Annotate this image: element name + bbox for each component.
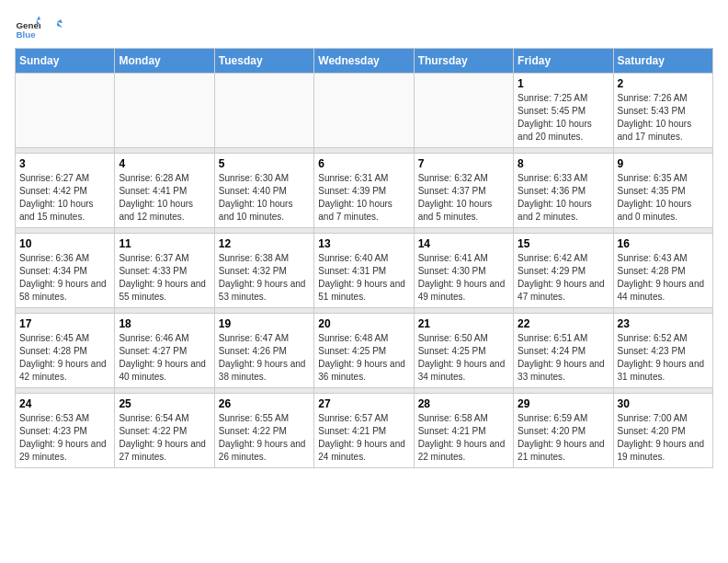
day-info: Sunrise: 6:27 AM Sunset: 4:42 PM Dayligh… <box>19 172 110 224</box>
calendar-cell: 3Sunrise: 6:27 AM Sunset: 4:42 PM Daylig… <box>16 154 115 228</box>
day-info: Sunrise: 6:48 AM Sunset: 4:25 PM Dayligh… <box>318 332 409 384</box>
calendar-cell: 23Sunrise: 6:52 AM Sunset: 4:23 PM Dayli… <box>613 314 712 388</box>
calendar-cell: 26Sunrise: 6:55 AM Sunset: 4:22 PM Dayli… <box>214 394 313 468</box>
day-number: 30 <box>618 397 709 410</box>
calendar-cell: 22Sunrise: 6:51 AM Sunset: 4:24 PM Dayli… <box>514 314 613 388</box>
calendar-cell: 14Sunrise: 6:41 AM Sunset: 4:30 PM Dayli… <box>414 234 513 308</box>
weekday-header-tuesday: Tuesday <box>214 49 313 74</box>
svg-marker-5 <box>57 19 63 23</box>
calendar-cell: 21Sunrise: 6:50 AM Sunset: 4:25 PM Dayli… <box>414 314 513 388</box>
day-info: Sunrise: 6:41 AM Sunset: 4:30 PM Dayligh… <box>418 252 509 304</box>
calendar-week-5: 24Sunrise: 6:53 AM Sunset: 4:23 PM Dayli… <box>16 394 713 468</box>
calendar-cell: 16Sunrise: 6:43 AM Sunset: 4:28 PM Dayli… <box>613 234 712 308</box>
day-info: Sunrise: 6:54 AM Sunset: 4:22 PM Dayligh… <box>119 412 210 464</box>
calendar-cell: 19Sunrise: 6:47 AM Sunset: 4:26 PM Dayli… <box>214 314 313 388</box>
calendar-cell: 1Sunrise: 7:25 AM Sunset: 5:45 PM Daylig… <box>514 74 613 148</box>
calendar: SundayMondayTuesdayWednesdayThursdayFrid… <box>15 48 713 468</box>
day-info: Sunrise: 7:26 AM Sunset: 5:43 PM Dayligh… <box>618 92 709 144</box>
day-number: 19 <box>219 317 310 330</box>
day-number: 25 <box>119 397 210 410</box>
day-number: 20 <box>318 317 409 330</box>
calendar-cell: 10Sunrise: 6:36 AM Sunset: 4:34 PM Dayli… <box>16 234 115 308</box>
calendar-cell <box>16 74 115 148</box>
day-number: 5 <box>219 157 310 170</box>
calendar-cell: 20Sunrise: 6:48 AM Sunset: 4:25 PM Dayli… <box>314 314 414 388</box>
logo: General Blue <box>15 15 63 40</box>
day-number: 15 <box>518 237 609 250</box>
weekday-header-thursday: Thursday <box>414 49 513 74</box>
calendar-cell: 29Sunrise: 6:59 AM Sunset: 4:20 PM Dayli… <box>514 394 613 468</box>
day-number: 27 <box>318 397 409 410</box>
calendar-cell: 13Sunrise: 6:40 AM Sunset: 4:31 PM Dayli… <box>314 234 414 308</box>
day-info: Sunrise: 6:33 AM Sunset: 4:36 PM Dayligh… <box>518 172 609 224</box>
day-number: 2 <box>618 77 709 90</box>
day-number: 16 <box>618 237 709 250</box>
day-info: Sunrise: 6:28 AM Sunset: 4:41 PM Dayligh… <box>119 172 210 224</box>
svg-marker-4 <box>57 22 63 28</box>
calendar-cell <box>115 74 214 148</box>
day-info: Sunrise: 6:37 AM Sunset: 4:33 PM Dayligh… <box>119 252 210 304</box>
day-info: Sunrise: 6:42 AM Sunset: 4:29 PM Dayligh… <box>518 252 609 304</box>
day-number: 26 <box>219 397 310 410</box>
day-info: Sunrise: 7:00 AM Sunset: 4:20 PM Dayligh… <box>618 412 709 464</box>
day-number: 14 <box>418 237 509 250</box>
header: General Blue <box>15 15 713 40</box>
calendar-week-1: 1Sunrise: 7:25 AM Sunset: 5:45 PM Daylig… <box>16 74 713 148</box>
day-info: Sunrise: 6:58 AM Sunset: 4:21 PM Dayligh… <box>418 412 509 464</box>
day-info: Sunrise: 6:46 AM Sunset: 4:27 PM Dayligh… <box>119 332 210 384</box>
day-number: 10 <box>19 237 110 250</box>
calendar-cell: 17Sunrise: 6:45 AM Sunset: 4:28 PM Dayli… <box>16 314 115 388</box>
day-info: Sunrise: 6:38 AM Sunset: 4:32 PM Dayligh… <box>219 252 310 304</box>
day-number: 17 <box>19 317 110 330</box>
day-number: 4 <box>119 157 210 170</box>
day-info: Sunrise: 6:53 AM Sunset: 4:23 PM Dayligh… <box>19 412 110 464</box>
day-number: 21 <box>418 317 509 330</box>
calendar-cell: 12Sunrise: 6:38 AM Sunset: 4:32 PM Dayli… <box>214 234 313 308</box>
calendar-cell: 27Sunrise: 6:57 AM Sunset: 4:21 PM Dayli… <box>314 394 414 468</box>
day-number: 28 <box>418 397 509 410</box>
calendar-cell: 8Sunrise: 6:33 AM Sunset: 4:36 PM Daylig… <box>514 154 613 228</box>
day-info: Sunrise: 6:51 AM Sunset: 4:24 PM Dayligh… <box>518 332 609 384</box>
day-number: 1 <box>518 77 609 90</box>
logo-icon: General Blue <box>15 15 40 40</box>
calendar-cell: 30Sunrise: 7:00 AM Sunset: 4:20 PM Dayli… <box>613 394 712 468</box>
weekday-header-monday: Monday <box>115 49 214 74</box>
calendar-cell: 28Sunrise: 6:58 AM Sunset: 4:21 PM Dayli… <box>414 394 513 468</box>
day-number: 3 <box>19 157 110 170</box>
day-info: Sunrise: 6:55 AM Sunset: 4:22 PM Dayligh… <box>219 412 310 464</box>
weekday-header-row: SundayMondayTuesdayWednesdayThursdayFrid… <box>16 49 713 74</box>
day-number: 23 <box>618 317 709 330</box>
day-number: 13 <box>318 237 409 250</box>
day-info: Sunrise: 6:36 AM Sunset: 4:34 PM Dayligh… <box>19 252 110 304</box>
day-number: 7 <box>418 157 509 170</box>
calendar-week-2: 3Sunrise: 6:27 AM Sunset: 4:42 PM Daylig… <box>16 154 713 228</box>
day-number: 12 <box>219 237 310 250</box>
day-number: 9 <box>618 157 709 170</box>
calendar-cell: 7Sunrise: 6:32 AM Sunset: 4:37 PM Daylig… <box>414 154 513 228</box>
calendar-cell: 6Sunrise: 6:31 AM Sunset: 4:39 PM Daylig… <box>314 154 414 228</box>
day-info: Sunrise: 6:30 AM Sunset: 4:40 PM Dayligh… <box>219 172 310 224</box>
day-info: Sunrise: 6:52 AM Sunset: 4:23 PM Dayligh… <box>618 332 709 384</box>
calendar-cell <box>214 74 313 148</box>
logo-bird-icon <box>44 18 63 37</box>
svg-marker-3 <box>37 16 40 19</box>
day-number: 29 <box>518 397 609 410</box>
calendar-week-3: 10Sunrise: 6:36 AM Sunset: 4:34 PM Dayli… <box>16 234 713 308</box>
svg-text:Blue: Blue <box>16 29 36 40</box>
day-info: Sunrise: 6:57 AM Sunset: 4:21 PM Dayligh… <box>318 412 409 464</box>
calendar-cell: 24Sunrise: 6:53 AM Sunset: 4:23 PM Dayli… <box>16 394 115 468</box>
calendar-cell: 18Sunrise: 6:46 AM Sunset: 4:27 PM Dayli… <box>115 314 214 388</box>
calendar-cell: 2Sunrise: 7:26 AM Sunset: 5:43 PM Daylig… <box>613 74 712 148</box>
day-number: 8 <box>518 157 609 170</box>
calendar-cell <box>314 74 414 148</box>
day-info: Sunrise: 6:43 AM Sunset: 4:28 PM Dayligh… <box>618 252 709 304</box>
day-info: Sunrise: 6:35 AM Sunset: 4:35 PM Dayligh… <box>618 172 709 224</box>
day-info: Sunrise: 6:47 AM Sunset: 4:26 PM Dayligh… <box>219 332 310 384</box>
calendar-cell: 9Sunrise: 6:35 AM Sunset: 4:35 PM Daylig… <box>613 154 712 228</box>
day-number: 22 <box>518 317 609 330</box>
day-info: Sunrise: 6:59 AM Sunset: 4:20 PM Dayligh… <box>518 412 609 464</box>
day-info: Sunrise: 6:45 AM Sunset: 4:28 PM Dayligh… <box>19 332 110 384</box>
day-info: Sunrise: 6:50 AM Sunset: 4:25 PM Dayligh… <box>418 332 509 384</box>
weekday-header-friday: Friday <box>514 49 613 74</box>
calendar-cell: 4Sunrise: 6:28 AM Sunset: 4:41 PM Daylig… <box>115 154 214 228</box>
